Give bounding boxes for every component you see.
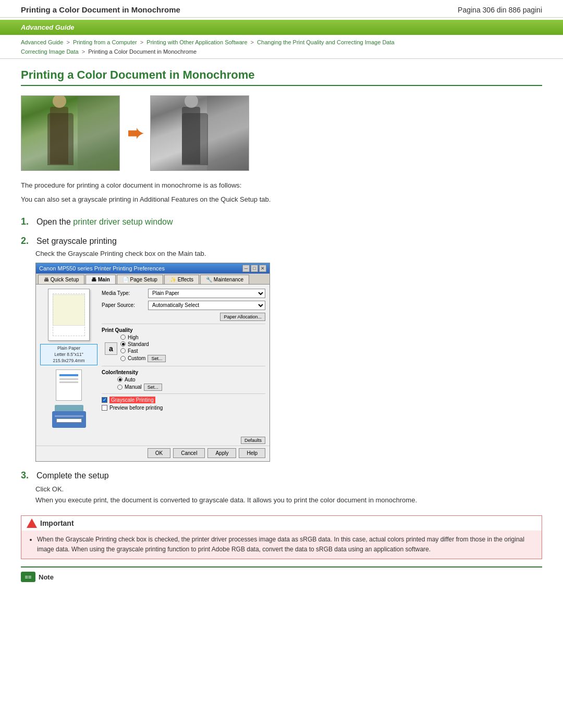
tab-main[interactable]: 🖶 Main (85, 275, 116, 284)
main-content: Printing a Color Document in Monochrome … (0, 59, 563, 601)
main-heading: Printing a Color Document in Monochrome (21, 68, 542, 86)
breadcrumb-link-advanced-guide[interactable]: Advanced Guide (21, 39, 63, 45)
pq-custom-label: Custom (128, 355, 145, 361)
paper-source-label: Paper Source: (102, 302, 146, 308)
dialog-tabs: 🖶 Quick Setup 🖶 Main 📄 Page Setup ✨ Effe… (36, 274, 270, 285)
breadcrumb-link-quality[interactable]: Changing the Print Quality and Correctin… (257, 39, 395, 45)
pq-high-label: High (128, 335, 139, 340)
ci-auto-label: Auto (125, 377, 136, 382)
paper-source-select[interactable]: Automatically Select (148, 301, 265, 310)
intro-line1: The procedure for printing a color docum… (21, 180, 542, 191)
dialog-preview-panel: Plain PaperLetter 8.5"x11" 215.9x279.4mm (40, 289, 97, 431)
breadcrumb-link-correcting[interactable]: Correcting Image Data (21, 48, 79, 55)
important-triangle-icon (27, 519, 37, 528)
intro-line2: You can also set a grayscale printing in… (21, 194, 542, 205)
pq-custom-radio[interactable] (120, 356, 126, 361)
close-btn[interactable]: ✕ (259, 265, 266, 272)
paper-allocation-button[interactable]: Paper Allocation... (220, 313, 265, 321)
dialog-title: Canon MP550 series Printer Printing Pref… (39, 265, 165, 272)
tab-page-setup[interactable]: 📄 Page Setup (117, 275, 163, 284)
pq-set-button[interactable]: Set... (148, 355, 166, 362)
printer-driver-link[interactable]: printer driver setup window (73, 217, 173, 226)
step-3-desc1: Click OK. (35, 484, 542, 495)
paper-icon (56, 369, 82, 401)
paper-preview (48, 289, 90, 341)
image-comparison: ➨ (21, 95, 542, 171)
tab-quick-setup[interactable]: 🖶 Quick Setup (38, 275, 84, 284)
important-item-1: When the Grayscale Printing check box is… (37, 535, 535, 554)
help-button[interactable]: Help (239, 448, 265, 458)
pq-fast-label: Fast (128, 348, 138, 354)
cancel-button[interactable]: Cancel (173, 448, 205, 458)
print-quality-icon: a (105, 342, 117, 355)
tab-effects[interactable]: ✨ Effects (164, 275, 199, 284)
step-2-number: 2. (21, 236, 32, 246)
media-type-select[interactable]: Plain Paper (148, 289, 265, 298)
printer-icon (51, 405, 87, 428)
step-1-title: Open the printer driver setup window (36, 217, 173, 227)
grayscale-row: ✓ Grayscale Printing (102, 397, 265, 403)
preview-row: Preview before printing (102, 405, 265, 411)
conversion-arrow: ➨ (127, 122, 143, 144)
pq-custom-row: Custom Set... (120, 355, 166, 362)
pq-standard-row: Standard (120, 341, 166, 347)
restore-btn[interactable]: □ (251, 265, 258, 272)
minimize-btn[interactable]: ─ (242, 265, 250, 272)
pq-standard-radio[interactable] (120, 341, 126, 347)
important-title: Important (40, 519, 74, 527)
advanced-guide-bar: Advanced Guide (0, 20, 563, 35)
breadcrumb-current: Printing a Color Document in Monochrome (88, 48, 197, 55)
step-3-title: Complete the setup (36, 471, 109, 480)
tab-maintenance[interactable]: 🔧 Maintenance (200, 275, 249, 284)
paper-label: Plain PaperLetter 8.5"x11" 215.9x279.4mm (40, 344, 97, 366)
step-3-desc2: When you execute print, the document is … (35, 495, 542, 506)
ci-manual-radio[interactable] (117, 385, 123, 390)
dialog-options-panel: Media Type: Plain Paper Paper Source: Au… (102, 289, 265, 431)
important-content: When the Grayscale Printing check box is… (21, 530, 542, 559)
note-box: ≡≡ Note (21, 566, 542, 585)
pq-fast-row: Fast (120, 348, 166, 354)
color-image (21, 95, 120, 171)
dialog-body: Plain PaperLetter 8.5"x11" 215.9x279.4mm (36, 285, 270, 436)
page-number: Pagina 306 din 886 pagini (458, 6, 542, 14)
color-intensity-label: Color/Intensity (102, 369, 265, 375)
breadcrumb: Advanced Guide > Printing from a Compute… (0, 35, 563, 59)
dialog-footer: OK Cancel Apply Help (36, 446, 270, 461)
note-icon: ≡≡ (21, 572, 35, 582)
breadcrumb-link-printing-computer[interactable]: Printing from a Computer (73, 39, 137, 45)
preview-label: Preview before printing (109, 405, 163, 411)
grayscale-label: Grayscale Printing (109, 397, 155, 403)
page-title: Printing a Color Document in Monochrome (21, 5, 180, 14)
step-3-number: 3. (21, 470, 32, 481)
pq-high-radio[interactable] (120, 335, 126, 340)
step-2-description: Check the Grayscale Printing check box o… (35, 250, 542, 257)
step-3: 3. Complete the setup Click OK. When you… (21, 470, 542, 506)
paper-source-row: Paper Source: Automatically Select (102, 301, 265, 310)
breadcrumb-link-other-app[interactable]: Printing with Other Application Software (146, 39, 247, 45)
pq-fast-radio[interactable] (120, 348, 126, 353)
grayscale-checkbox[interactable]: ✓ (102, 397, 107, 403)
ci-set-button[interactable]: Set... (144, 384, 162, 391)
note-title: Note (39, 573, 54, 581)
page-header: Printing a Color Document in Monochrome … (0, 0, 563, 18)
step-1: 1. Open the printer driver setup window (21, 216, 542, 227)
dialog-titlebar: Canon MP550 series Printer Printing Pref… (36, 263, 270, 274)
ci-auto-row: Auto (117, 377, 265, 382)
step-2: 2. Set grayscale printing Check the Gray… (21, 236, 542, 462)
ok-button[interactable]: OK (148, 448, 170, 458)
pq-high-row: High (120, 335, 166, 340)
media-type-label: Media Type: (102, 290, 146, 296)
apply-button[interactable]: Apply (207, 448, 236, 458)
preview-checkbox[interactable] (102, 405, 107, 411)
defaults-button[interactable]: Defaults (241, 437, 265, 444)
step-1-number: 1. (21, 216, 32, 227)
ci-manual-label: Manual (125, 384, 142, 390)
print-quality-label: Print Quality (102, 327, 265, 333)
grayscale-image (150, 95, 249, 171)
advanced-guide-label: Advanced Guide (21, 23, 75, 31)
step-2-title: Set grayscale printing (36, 237, 117, 246)
media-type-row: Media Type: Plain Paper (102, 289, 265, 298)
ci-auto-radio[interactable] (117, 377, 123, 382)
ci-manual-row: Manual Set... (117, 384, 265, 391)
dialog-screenshot: Canon MP550 series Printer Printing Pref… (35, 263, 270, 462)
